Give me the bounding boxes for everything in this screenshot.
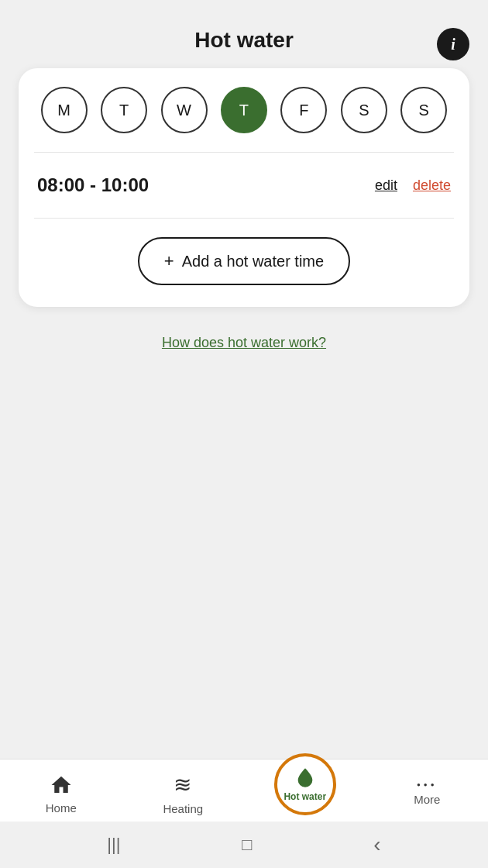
droplet-icon: [294, 766, 316, 788]
nav-label-home: Home: [46, 801, 77, 815]
plus-icon: +: [164, 251, 174, 271]
nav-item-heating[interactable]: ≋ Heating: [152, 772, 214, 815]
add-button-container: + Add a hot water time: [19, 219, 469, 307]
home-icon: [50, 773, 73, 797]
header: Hot water i: [0, 0, 488, 68]
system-back-button[interactable]: ‹: [373, 832, 380, 857]
time-slot-actions: edit delete: [375, 177, 451, 194]
edit-button[interactable]: edit: [375, 177, 397, 194]
nav-label-more: More: [414, 793, 440, 806]
day-sunday[interactable]: S: [400, 87, 447, 133]
day-wednesday[interactable]: W: [161, 87, 208, 133]
add-button-label: Add a hot water time: [182, 253, 324, 270]
day-friday[interactable]: F: [280, 87, 327, 133]
delete-button[interactable]: delete: [413, 177, 451, 194]
add-hot-water-time-button[interactable]: + Add a hot water time: [138, 237, 350, 285]
day-selector: M T W T F S S: [19, 68, 469, 152]
day-monday[interactable]: M: [41, 87, 88, 133]
nav-label-heating: Heating: [163, 802, 203, 815]
hot-water-ring: Hot water: [274, 753, 336, 815]
nav-item-more[interactable]: ●●● More: [396, 781, 458, 806]
day-thursday[interactable]: T: [221, 87, 267, 133]
day-tuesday-1[interactable]: T: [101, 87, 147, 133]
nav-item-home[interactable]: Home: [30, 773, 92, 815]
bottom-nav: Home ≋ Heating Hot water ●●● More: [0, 759, 488, 822]
system-home-button[interactable]: □: [242, 835, 252, 855]
nav-label-hot-water: Hot water: [284, 791, 326, 802]
info-button[interactable]: i: [437, 28, 469, 60]
time-range: 08:00 - 10:00: [37, 174, 149, 196]
help-link[interactable]: How does hot water work?: [0, 335, 488, 351]
nav-item-hot-water[interactable]: Hot water: [274, 772, 336, 815]
more-icon: ●●●: [417, 781, 438, 788]
page-title: Hot water: [194, 28, 294, 53]
system-menu-button[interactable]: |||: [107, 835, 120, 855]
schedule-card: M T W T F S S 08:00 - 10:00 edit delete: [19, 68, 469, 307]
day-saturday[interactable]: S: [341, 87, 387, 133]
system-nav-bar: ||| □ ‹: [0, 822, 488, 868]
info-icon: i: [451, 36, 455, 53]
time-slot-row: 08:00 - 10:00 edit delete: [19, 153, 469, 218]
heating-icon: ≋: [174, 772, 193, 797]
